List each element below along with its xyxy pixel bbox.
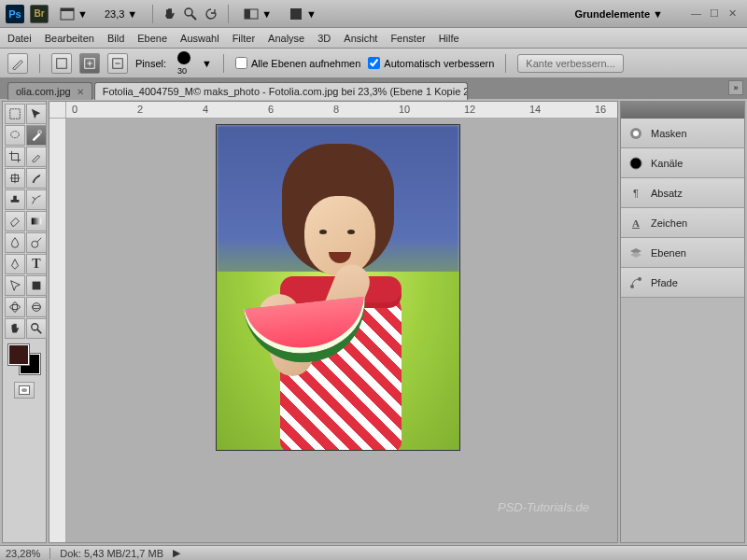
arrange-dropdown[interactable]: ▼ (283, 5, 322, 23)
document-canvas[interactable]: PSD-Tutorials.de (66, 119, 617, 542)
document-tab[interactable]: olia.com.jpg ✕ (7, 82, 92, 100)
sample-all-layers-label: Alle Ebenen aufnehmen (251, 58, 360, 69)
layers-icon (628, 245, 643, 260)
svg-point-31 (630, 158, 641, 169)
paragraph-icon: ¶ (628, 186, 643, 201)
menu-hilfe[interactable]: Hilfe (439, 33, 459, 44)
menu-bearbeiten[interactable]: Bearbeiten (45, 33, 94, 44)
close-icon[interactable]: ✕ (77, 87, 84, 97)
status-bar: 23,28% Dok: 5,43 MB/21,7 MB ▶ (0, 545, 747, 560)
zoom-level-value: 23,3 (105, 8, 124, 20)
menu-3d[interactable]: 3D (317, 33, 331, 44)
gradient-tool-icon[interactable] (26, 211, 47, 231)
type-tool-icon[interactable]: T (26, 254, 47, 274)
healing-brush-tool-icon[interactable] (5, 168, 25, 189)
panel-label: Ebenen (651, 247, 686, 259)
tab-scroll-right-icon[interactable]: » (728, 80, 743, 95)
status-info-dropdown-icon[interactable]: ▶ (173, 547, 180, 559)
shape-tool-icon[interactable] (26, 275, 47, 296)
panel-channels[interactable]: Kanäle (621, 148, 744, 178)
blur-tool-icon[interactable] (5, 232, 25, 253)
auto-enhance-checkbox[interactable]: Automatisch verbessern (368, 57, 494, 69)
pen-tool-icon[interactable] (5, 254, 25, 274)
stamp-tool-icon[interactable] (5, 189, 25, 210)
right-panels: Masken Kanäle ¶ Absatz A Zeichen Ebenen … (620, 101, 745, 543)
menu-ebene[interactable]: Ebene (137, 33, 167, 44)
zoom-tool-icon[interactable] (183, 7, 198, 21)
history-brush-tool-icon[interactable] (26, 189, 47, 210)
eyedropper-tool-icon[interactable] (26, 147, 47, 167)
brush-preset-picker[interactable]: 30 (174, 51, 194, 76)
crop-tool-icon[interactable] (5, 147, 25, 167)
workspace-dropdown[interactable]: Grundelemente ▼ (569, 7, 669, 21)
lasso-tool-icon[interactable] (5, 125, 25, 146)
brush-label: Pinsel: (135, 58, 166, 69)
svg-point-27 (32, 324, 38, 330)
status-doc-info[interactable]: Dok: 5,43 MB/21,7 MB (60, 548, 163, 559)
close-button[interactable]: ✕ (728, 7, 741, 21)
menu-analyse[interactable]: Analyse (268, 33, 304, 44)
panel-paragraph[interactable]: ¶ Absatz (621, 178, 744, 208)
menu-bar: Datei Bearbeiten Bild Ebene Auswahl Filt… (0, 28, 747, 49)
vertical-ruler[interactable] (49, 119, 66, 542)
sample-all-layers-checkbox[interactable]: Alle Ebenen aufnehmen (235, 57, 360, 69)
quick-select-subtract-icon[interactable] (107, 53, 128, 74)
document-tab-active[interactable]: Fotolia_4004759_M© maks_photo - Fotolia.… (94, 82, 468, 100)
hand-tool-icon[interactable] (5, 318, 25, 339)
panel-character[interactable]: A Zeichen (621, 208, 744, 238)
screen-mode-dropdown[interactable]: ▼ (238, 5, 277, 23)
quick-select-add-icon[interactable] (51, 53, 72, 74)
menu-filter[interactable]: Filter (233, 33, 255, 44)
masks-icon (628, 126, 643, 141)
menu-datei[interactable]: Datei (7, 33, 32, 44)
svg-line-3 (191, 15, 196, 20)
panel-paths[interactable]: Pfade (621, 268, 744, 298)
dodge-tool-icon[interactable] (26, 232, 47, 253)
eraser-tool-icon[interactable] (5, 211, 25, 231)
ps-logo-icon[interactable]: Ps (6, 5, 24, 23)
layout-dropdown[interactable]: ▼ (54, 5, 93, 23)
character-icon: A (628, 216, 643, 231)
tool-preset-dropdown[interactable] (7, 53, 28, 74)
path-selection-tool-icon[interactable] (5, 275, 25, 296)
color-swatches[interactable] (5, 344, 44, 378)
panel-label: Zeichen (651, 217, 687, 229)
marquee-tool-icon[interactable] (5, 104, 25, 124)
menu-ansicht[interactable]: Ansicht (344, 33, 377, 44)
brush-tool-icon[interactable] (26, 168, 47, 189)
maximize-button[interactable]: ☐ (710, 7, 723, 21)
panel-grip[interactable] (621, 102, 744, 119)
bridge-logo-icon[interactable]: Br (30, 5, 49, 23)
menu-auswahl[interactable]: Auswahl (180, 33, 219, 44)
svg-point-15 (38, 131, 42, 134)
minimize-button[interactable]: — (691, 7, 704, 21)
quick-selection-tool-icon[interactable] (26, 125, 47, 146)
move-tool-icon[interactable] (26, 104, 47, 124)
panel-layers[interactable]: Ebenen (621, 238, 744, 268)
zoom-tool-icon[interactable] (26, 318, 47, 339)
document-tab-bar: olia.com.jpg ✕ Fotolia_4004759_M© maks_p… (0, 78, 747, 99)
foreground-color-swatch[interactable] (8, 344, 29, 365)
3d-rotate-tool-icon[interactable] (5, 297, 25, 317)
svg-rect-7 (57, 58, 67, 68)
quick-select-new-icon[interactable] (79, 53, 100, 74)
zoom-level-dropdown[interactable]: 23,3 ▼ (99, 7, 143, 21)
refine-edge-button[interactable]: Kante verbessern... (517, 54, 623, 73)
svg-point-30 (633, 131, 639, 136)
quick-mask-button[interactable] (14, 382, 35, 399)
document-tab-label: olia.com.jpg (16, 86, 71, 97)
workspace-label: Grundelemente (574, 8, 650, 20)
canvas-area: 0 2 4 6 8 10 12 14 16 (49, 101, 618, 543)
svg-point-25 (33, 303, 41, 312)
options-bar: Pinsel: 30 ▼ Alle Ebenen aufnehmen Autom… (0, 49, 747, 78)
rotate-view-icon[interactable] (204, 7, 218, 21)
panel-masks[interactable]: Masken (621, 119, 744, 148)
3d-orbit-tool-icon[interactable] (26, 297, 47, 317)
svg-rect-6 (290, 8, 302, 20)
status-zoom[interactable]: 23,28% (6, 548, 40, 559)
hand-tool-icon[interactable] (162, 7, 177, 21)
ruler-origin[interactable] (49, 102, 66, 119)
horizontal-ruler[interactable]: 0 2 4 6 8 10 12 14 16 (66, 102, 617, 119)
menu-fenster[interactable]: Fenster (390, 33, 425, 44)
menu-bild[interactable]: Bild (107, 33, 124, 44)
